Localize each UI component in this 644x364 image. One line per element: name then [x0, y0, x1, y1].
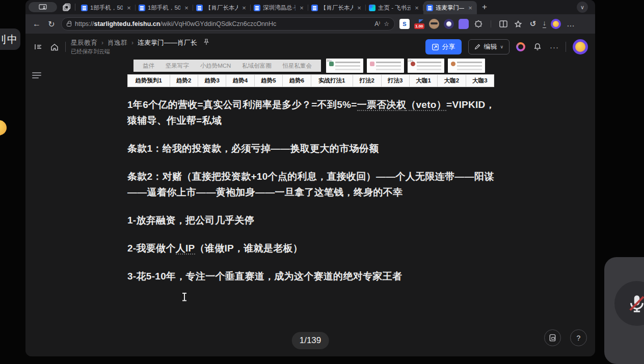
doc-favicon-icon — [254, 5, 260, 11]
read-aloud-icon[interactable]: A⁾ — [374, 20, 380, 27]
screen-icon — [39, 4, 47, 10]
doc-embedded-image[interactable]: 益伴坚果写字小趋势MCN私域创富圈恒星私董会 30+23+ 趋势预判1趋势2趋势… — [127, 59, 496, 88]
new-tab-button[interactable]: + — [477, 2, 492, 12]
doc-tab-cell: 大咖2 — [438, 75, 466, 87]
browser-tab[interactable]: 深圳湾晶总·强× — [251, 1, 308, 14]
browser-essentials-icon[interactable] — [473, 19, 484, 29]
doc-text: 3-花5-10年，专注一个垂直赛道，成为这个赛道的绝对专家王者 — [127, 271, 402, 282]
image-label-band: 益伴坚果写字小趋势MCN私域创富圈恒星私董会 — [133, 60, 321, 72]
history-icon[interactable]: ↺ — [528, 19, 538, 29]
settings-more-icon[interactable]: … — [566, 19, 576, 29]
tabbar-separator — [75, 4, 75, 11]
thumbnail-card — [448, 59, 485, 73]
extension-s-icon[interactable]: S — [399, 19, 410, 29]
home-icon[interactable] — [49, 41, 60, 52]
browser-tab[interactable]: 1部手机，5000× — [78, 1, 136, 14]
doc-tab-cell: 打法3 — [382, 75, 410, 87]
spellcheck-underlined-text: 一票否决权 — [357, 99, 407, 111]
text-cursor — [182, 293, 187, 301]
recording-indicator: 刂中 — [0, 29, 20, 50]
comments-panel-button[interactable] — [544, 329, 561, 346]
extension-orb-icon[interactable] — [444, 19, 454, 29]
recording-bubble[interactable] — [604, 257, 644, 364]
assistant-ring-icon[interactable] — [516, 42, 525, 51]
share-label: 分享 — [442, 42, 455, 51]
doc-text: 1年6个亿的营收=真实公司利润率是多少？=不到5%= — [127, 99, 357, 110]
browser-tab[interactable]: 【肖厂长本人】× — [308, 1, 366, 14]
tab-close-icon[interactable]: × — [183, 4, 190, 12]
extension-flag-icon[interactable]: 1.00 — [414, 19, 424, 29]
doc-favicon-icon — [196, 5, 203, 11]
doc-paragraph[interactable]: 条款2：对赌（直接把投资款+10个点的利息，直接收回）——个人无限连带——阳谋—… — [127, 169, 497, 200]
sidebar-toggle-icon[interactable] — [33, 41, 44, 52]
breadcrumb-item[interactable]: 肖逸群 — [108, 38, 127, 47]
url-scheme: https:// — [75, 20, 94, 27]
url-text[interactable]: https://starlightedu.feishu.cn/wiki/VqH0… — [75, 20, 371, 27]
doc-tab-cell: 趋势5 — [255, 75, 283, 87]
doc-text: （谁做IP，谁就是老板） — [195, 243, 303, 254]
favorites-icon[interactable] — [513, 19, 523, 29]
header-separator-2 — [566, 42, 566, 52]
edit-label: 编辑 — [484, 42, 497, 51]
doc-paragraph[interactable]: 条款1：给我的投资款，必须亏掉——换取更大的市场份额 — [127, 141, 497, 156]
browser-tab[interactable]: 1部手机，5000× — [136, 1, 193, 14]
tab-label: 1部手机，5000 — [90, 4, 123, 12]
thumbnail-badge: 23+ — [408, 59, 413, 62]
feishu-favicon-icon — [369, 5, 375, 11]
tab-list: 1部手机，5000×1部手机，5000×【肖厂长本人】×深圳湾晶总·强×【肖厂长… — [78, 0, 477, 14]
tab-close-icon[interactable]: × — [356, 4, 363, 12]
favorite-star-icon[interactable]: ☆ — [384, 20, 389, 27]
band-label: 益伴 — [143, 62, 154, 70]
tab-bar: 1部手机，5000×1部手机，5000×【肖厂长本人】×深圳湾晶总·强×【肖厂长… — [25, 0, 595, 14]
extension-avatar-icon[interactable] — [429, 19, 439, 29]
lock-icon[interactable] — [67, 23, 71, 26]
tab-dropdown-button[interactable]: ∨ — [577, 2, 588, 13]
address-bar[interactable]: https://starlightedu.feishu.cn/wiki/VqH0… — [61, 17, 395, 31]
split-screen-icon[interactable] — [498, 19, 508, 29]
header-separator — [65, 42, 66, 52]
spellcheck-underlined-text: （veto） — [406, 99, 446, 111]
doc-tab-cell: 趋势3 — [198, 75, 226, 87]
doc-body: 1年6个亿的营收=真实公司利润率是多少？=不到5%=一票否决权（veto）=VI… — [127, 97, 497, 296]
stacked-tabs-icon[interactable] — [61, 2, 72, 13]
band-label: 坚果写字 — [166, 62, 189, 70]
user-avatar[interactable] — [573, 39, 588, 54]
share-button[interactable]: 分享 — [425, 39, 462, 54]
doc-paragraph[interactable]: 1-放弃融资，把公司几乎关停 — [127, 212, 497, 228]
tab-close-icon[interactable]: × — [467, 4, 474, 12]
header-more-icon[interactable]: ··· — [550, 43, 559, 51]
browser-window: 1部手机，5000×1部手机，5000×【肖厂长本人】×深圳湾晶总·强×【肖厂长… — [25, 0, 595, 356]
doc-paragraph[interactable]: 2-我要做个人IP（谁做IP，谁就是老板） — [127, 240, 497, 256]
reload-button[interactable]: ↻ — [46, 19, 57, 29]
mic-muted-button[interactable] — [614, 281, 644, 326]
doc-paragraph[interactable]: 3-花5-10年，专注一个垂直赛道，成为这个赛道的绝对专家王者 — [127, 268, 497, 284]
browser-tab[interactable]: 【肖厂长本人】× — [193, 1, 251, 14]
thumbnail-card: 23+ — [408, 59, 445, 73]
tab-label: 【肖厂长本人】 — [320, 4, 353, 12]
doc-outline-icon[interactable] — [32, 71, 41, 80]
doc-paragraph[interactable]: 1年6个亿的营收=真实公司利润率是多少？=不到5%=一票否决权（veto）=VI… — [127, 97, 497, 128]
pin-icon[interactable] — [201, 39, 209, 47]
tab-close-icon[interactable]: × — [298, 4, 305, 12]
browser-tab[interactable]: 连麦掌门——肖厂× — [423, 1, 477, 14]
tab-close-icon[interactable]: × — [125, 4, 132, 12]
help-button[interactable]: ? — [570, 329, 587, 346]
doc-tab-cell: 大咖1 — [410, 75, 438, 87]
tab-close-icon[interactable]: × — [240, 4, 248, 12]
extension-purple-icon[interactable] — [459, 19, 469, 29]
breadcrumb-item[interactable]: 连麦掌门——肖厂长 — [138, 38, 197, 47]
edit-button[interactable]: 编辑 ∨ — [468, 39, 509, 54]
doc-favicon-icon — [311, 5, 318, 11]
doc-tab-cell: 趋势6 — [283, 75, 311, 87]
breadcrumb-item[interactable]: 星辰教育 — [71, 38, 97, 47]
screen-share-pill[interactable] — [29, 2, 57, 12]
browser-tab[interactable]: 主页 - 飞书云文档× — [366, 1, 423, 14]
question-icon: ? — [577, 334, 581, 342]
url-path: /wiki/VqH0wGYddinQSdkCzn6czcOnnHc — [160, 20, 276, 27]
doc-text: 2-我要做个 — [127, 243, 176, 254]
back-button[interactable]: ← — [32, 19, 42, 29]
tab-close-icon[interactable]: × — [413, 4, 420, 12]
downloads-icon[interactable]: ↓ — [543, 20, 546, 28]
browser-profile-avatar[interactable] — [551, 19, 561, 29]
notifications-bell-icon[interactable] — [532, 41, 543, 52]
